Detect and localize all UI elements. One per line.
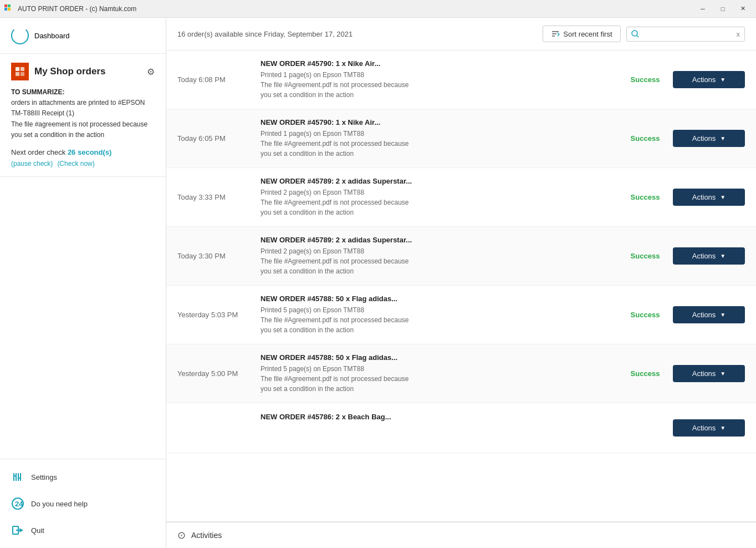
- shop-header: My Shop orders ⚙: [11, 63, 155, 80]
- sidebar-spacer: [0, 177, 166, 459]
- order-desc: Printed 1 page(s) on Epson TMT88 The fil…: [260, 129, 612, 159]
- order-status: Success: [617, 311, 673, 319]
- activities-bar[interactable]: ⊙ Activities: [166, 521, 756, 548]
- svg-rect-5: [21, 67, 24, 71]
- dashboard-icon: [11, 27, 29, 44]
- svg-point-21: [632, 31, 637, 36]
- close-button[interactable]: ✕: [734, 3, 752, 15]
- summarize-line1: orders in attachments are printed to #EP…: [11, 98, 155, 119]
- sort-button[interactable]: Sort recent first: [543, 26, 620, 42]
- sort-icon: [551, 29, 560, 38]
- search-input[interactable]: [643, 27, 732, 41]
- check-links: (pause check) (Check now): [11, 160, 155, 168]
- chevron-down-icon: ▼: [720, 194, 726, 200]
- search-icon: [627, 27, 643, 40]
- order-desc: Printed 2 page(s) on Epson TMT88 The fil…: [260, 187, 612, 217]
- sidebar-shop-section: My Shop orders ⚙ TO SUMMARIZE: orders in…: [0, 54, 166, 177]
- actions-button[interactable]: Actions ▼: [673, 247, 745, 265]
- shop-title: My Shop orders: [34, 66, 141, 77]
- svg-rect-11: [20, 473, 21, 481]
- quit-label: Quit: [31, 526, 44, 535]
- actions-button[interactable]: Actions ▼: [673, 130, 745, 147]
- order-title: NEW ORDER #45788: 50 x Flag adidas...: [260, 353, 612, 362]
- order-status: Success: [617, 252, 673, 260]
- order-time: Today 6:05 PM: [177, 134, 255, 143]
- order-details: NEW ORDER #45790: 1 x Nike Air... Printe…: [255, 59, 617, 100]
- svg-rect-8: [13, 473, 14, 481]
- status-badge: Success: [631, 134, 660, 143]
- order-status: Success: [617, 75, 673, 84]
- summarize-section: TO SUMMARIZE: orders in attachments are …: [11, 87, 155, 140]
- sidebar-item-settings[interactable]: Settings: [0, 464, 166, 490]
- next-check-prefix: Next order check: [11, 148, 65, 156]
- chevron-down-icon: ▼: [720, 371, 726, 377]
- search-clear-button[interactable]: x: [732, 28, 745, 40]
- svg-rect-0: [4, 4, 7, 7]
- svg-rect-10: [18, 473, 19, 481]
- table-row: NEW ORDER #45786: 2 x Beach Bag... Actio…: [166, 403, 756, 453]
- order-time: Today 6:08 PM: [177, 75, 255, 84]
- office-icon: [11, 63, 29, 80]
- help-label: Do you need help: [31, 500, 88, 508]
- quit-icon: [11, 524, 24, 537]
- order-details: NEW ORDER #45788: 50 x Flag adidas... Pr…: [255, 295, 617, 335]
- titlebar: AUTO PRINT ORDER - (c) Namtuk.com ─ □ ✕: [0, 0, 756, 18]
- order-title: NEW ORDER #45789: 2 x adidas Superstar..…: [260, 236, 612, 244]
- actions-button[interactable]: Actions ▼: [673, 71, 745, 88]
- sidebar-bottom: Settings 24 Do you need help: [0, 459, 166, 548]
- order-details: NEW ORDER #45788: 50 x Flag adidas... Pr…: [255, 353, 617, 394]
- actions-button[interactable]: Actions ▼: [673, 306, 745, 323]
- order-status: Success: [617, 369, 673, 378]
- svg-line-22: [637, 35, 638, 37]
- sidebar-dashboard[interactable]: Dashboard: [0, 18, 166, 54]
- check-now-link[interactable]: (Check now): [57, 160, 94, 168]
- countdown: 26 second(s): [68, 148, 111, 156]
- order-desc: Printed 2 page(s) on Epson TMT88 The fil…: [260, 246, 612, 276]
- order-desc: Printed 1 page(s) on Epson TMT88 The fil…: [260, 70, 612, 100]
- svg-rect-13: [18, 478, 21, 479]
- chevron-down-icon: ▼: [720, 77, 726, 83]
- svg-text:24: 24: [15, 500, 23, 508]
- pause-check-link[interactable]: (pause check): [11, 160, 53, 168]
- search-box: x: [626, 27, 745, 42]
- summarize-title: TO SUMMARIZE:: [11, 87, 155, 98]
- sidebar-item-help[interactable]: 24 Do you need help: [0, 490, 166, 517]
- order-status: Success: [617, 134, 673, 143]
- status-badge: Success: [631, 369, 660, 378]
- next-check: Next order check 26 second(s): [11, 148, 155, 156]
- svg-rect-1: [8, 4, 11, 7]
- status-badge: Success: [631, 75, 660, 84]
- dashboard-label: Dashboard: [34, 32, 70, 40]
- sidebar-item-quit[interactable]: Quit: [0, 517, 166, 544]
- main-layout: Dashboard My Shop orders ⚙ TO SUMMARIZE:: [0, 18, 756, 548]
- activities-icon: ⊙: [177, 529, 186, 541]
- order-title: NEW ORDER #45790: 1 x Nike Air...: [260, 118, 612, 126]
- status-badge: Success: [631, 311, 660, 319]
- chevron-down-icon: ▼: [720, 135, 726, 141]
- svg-rect-4: [16, 67, 19, 71]
- content-area: 16 order(s) available since Friday, Sept…: [166, 18, 756, 548]
- order-title: NEW ORDER #45786: 2 x Beach Bag...: [260, 413, 612, 421]
- sidebar: Dashboard My Shop orders ⚙ TO SUMMARIZE:: [0, 18, 166, 548]
- sort-label: Sort recent first: [563, 30, 612, 38]
- maximize-button[interactable]: □: [714, 3, 732, 15]
- actions-button[interactable]: Actions ▼: [673, 365, 745, 382]
- actions-button[interactable]: Actions ▼: [673, 419, 745, 437]
- orders-list[interactable]: Today 6:08 PM NEW ORDER #45790: 1 x Nike…: [166, 50, 756, 521]
- order-desc: Printed 5 page(s) on Epson TMT88 The fil…: [260, 364, 612, 394]
- order-count-text: 16 order(s) available since Friday, Sept…: [177, 30, 543, 38]
- order-details: NEW ORDER #45789: 2 x adidas Superstar..…: [255, 177, 617, 217]
- order-details: NEW ORDER #45786: 2 x Beach Bag...: [255, 413, 617, 443]
- table-row: Yesterday 5:03 PM NEW ORDER #45788: 50 x…: [166, 286, 756, 344]
- status-badge: Success: [631, 252, 660, 260]
- order-title: NEW ORDER #45789: 2 x adidas Superstar..…: [260, 177, 612, 185]
- gear-icon[interactable]: ⚙: [147, 67, 155, 77]
- actions-button[interactable]: Actions ▼: [673, 189, 745, 206]
- svg-rect-6: [16, 72, 19, 76]
- activities-label: Activities: [191, 531, 222, 540]
- table-row: Today 6:08 PM NEW ORDER #45790: 1 x Nike…: [166, 50, 756, 109]
- app-icon: [4, 4, 13, 13]
- settings-label: Settings: [31, 473, 57, 481]
- minimize-button[interactable]: ─: [694, 3, 712, 15]
- table-row: Today 6:05 PM NEW ORDER #45790: 1 x Nike…: [166, 109, 756, 168]
